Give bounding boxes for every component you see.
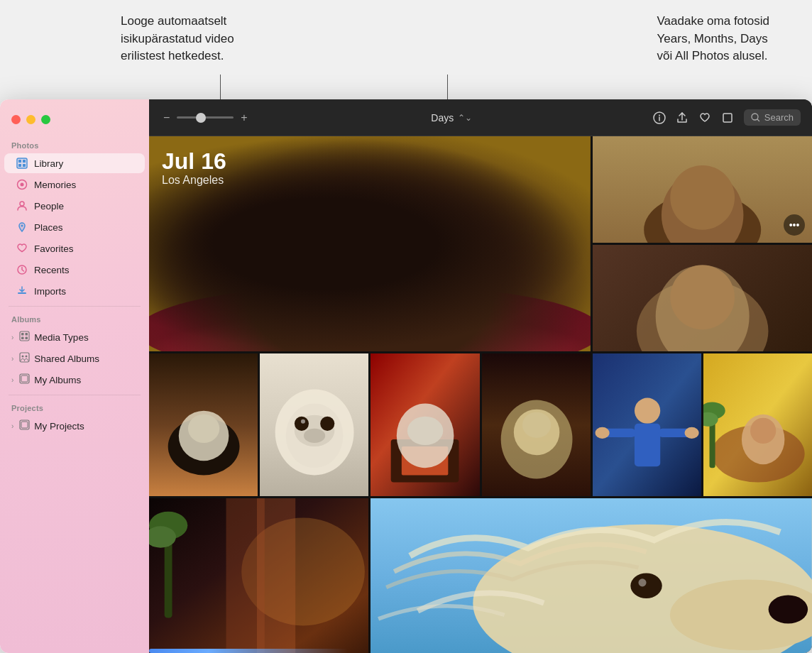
date-overlay: Jul 16 Los Angeles — [162, 149, 226, 187]
toolbar-left: − + — [160, 110, 251, 126]
tr-top-photo — [593, 136, 812, 243]
svg-rect-4 — [23, 164, 26, 167]
memories-icon — [16, 178, 28, 191]
more-options-button[interactable]: ••• — [784, 214, 805, 236]
svg-rect-13 — [26, 333, 28, 336]
library-label: Library — [34, 158, 63, 169]
crop-button[interactable] — [721, 111, 734, 124]
minimize-button[interactable] — [26, 115, 35, 124]
sidebar-item-media-types[interactable]: › Media Types — [4, 327, 145, 347]
view-mode-label: Days — [431, 112, 454, 124]
view-chevron-icon: ⌃⌄ — [458, 113, 472, 123]
svg-point-57 — [188, 414, 219, 442]
my-albums-icon — [19, 373, 30, 386]
sidebar-item-my-albums[interactable]: › My Albums — [4, 370, 145, 390]
r2-3-photo — [371, 353, 479, 497]
zoom-in-button[interactable]: + — [238, 110, 250, 126]
photo-r2-1[interactable] — [149, 353, 258, 497]
svg-point-70 — [407, 416, 443, 444]
photo-r2-6[interactable] — [703, 353, 812, 497]
photo-r2-3[interactable] — [371, 353, 479, 497]
svg-point-7 — [20, 202, 24, 206]
photo-r2-2[interactable] — [260, 353, 368, 497]
photo-r2-4[interactable] — [482, 353, 591, 497]
svg-point-31 — [315, 261, 400, 323]
favorite-button[interactable] — [698, 111, 711, 124]
svg-point-41 — [378, 202, 439, 274]
sidebar-item-places[interactable]: Places — [4, 217, 145, 237]
share-button[interactable] — [676, 111, 688, 124]
zoom-slider[interactable] — [177, 116, 234, 119]
svg-point-33 — [344, 256, 372, 274]
svg-point-80 — [595, 427, 609, 439]
imports-icon — [16, 285, 28, 297]
sidebar-item-my-projects[interactable]: › My Projects — [4, 416, 145, 436]
svg-rect-1 — [18, 160, 21, 163]
divider-1 — [9, 306, 141, 307]
svg-point-99 — [769, 596, 808, 624]
svg-rect-0 — [17, 158, 27, 168]
my-projects-label: My Projects — [34, 421, 84, 432]
svg-rect-95 — [257, 498, 295, 653]
date-day: Jul 16 — [162, 149, 226, 174]
projects-section-label: Projects — [0, 400, 149, 415]
places-label: Places — [34, 222, 63, 233]
shared-albums-icon — [19, 352, 30, 365]
cell-top-right: ••• — [593, 136, 812, 351]
svg-rect-14 — [21, 337, 24, 340]
sidebar: Photos Library Memories — [0, 99, 149, 653]
maximize-button[interactable] — [41, 115, 50, 124]
chevron-my-albums: › — [11, 376, 13, 384]
sidebar-item-people[interactable]: People — [4, 196, 145, 216]
svg-point-18 — [26, 356, 28, 358]
r2-6-photo — [703, 353, 812, 497]
svg-point-24 — [659, 114, 660, 116]
svg-point-101 — [639, 579, 647, 587]
scroll-indicator — [149, 649, 348, 653]
library-icon — [16, 157, 28, 170]
memories-label: Memories — [34, 180, 76, 190]
traffic-lights — [0, 108, 149, 137]
svg-rect-11 — [20, 331, 29, 341]
svg-rect-3 — [18, 164, 21, 167]
photo-r2-5[interactable] — [593, 353, 701, 497]
info-button[interactable] — [653, 111, 666, 124]
sidebar-item-library[interactable]: Library — [4, 153, 145, 173]
search-box[interactable]: Search — [744, 109, 801, 126]
r3-left-photo — [149, 498, 368, 653]
svg-rect-77 — [635, 423, 660, 466]
photo-tr-bottom[interactable] — [593, 245, 812, 351]
sidebar-item-recents[interactable]: Recents — [4, 260, 145, 280]
svg-point-53 — [670, 265, 735, 329]
date-location: Los Angeles — [162, 174, 226, 187]
view-selector[interactable]: Days ⌃⌄ — [431, 112, 472, 124]
toolbar: − + Days ⌃⌄ — [149, 99, 812, 136]
svg-point-30 — [296, 203, 420, 319]
people-icon — [16, 199, 28, 212]
svg-rect-22 — [21, 422, 28, 428]
albums-section-label: Albums — [0, 311, 149, 326]
r2-1-photo — [149, 353, 258, 497]
photo-r3-right[interactable] — [371, 498, 812, 653]
chevron-shared-albums: › — [11, 355, 13, 363]
close-button[interactable] — [11, 115, 21, 124]
my-albums-label: My Albums — [34, 375, 81, 385]
zoom-out-button[interactable]: − — [160, 110, 172, 126]
toolbar-right: Search — [653, 109, 801, 126]
sidebar-item-memories[interactable]: Memories — [4, 175, 145, 194]
favorites-label: Favorites — [34, 243, 74, 254]
media-types-label: Media Types — [34, 332, 88, 343]
sidebar-item-imports[interactable]: Imports — [4, 281, 145, 301]
r2-5-photo — [593, 353, 701, 497]
photo-main-boston[interactable]: Jul 16 Los Angeles — [149, 136, 591, 351]
svg-point-42 — [300, 321, 354, 349]
sidebar-item-favorites[interactable]: Favorites — [4, 238, 145, 258]
favorites-icon — [16, 242, 28, 255]
photo-tr-top[interactable]: ••• — [593, 136, 812, 243]
search-icon — [751, 113, 760, 122]
sidebar-item-shared-albums[interactable]: › Shared Albums — [4, 349, 145, 368]
tr-bottom-photo — [593, 245, 812, 351]
svg-point-35 — [369, 238, 391, 260]
svg-point-48 — [670, 165, 735, 230]
photo-r3-left[interactable] — [149, 498, 368, 653]
